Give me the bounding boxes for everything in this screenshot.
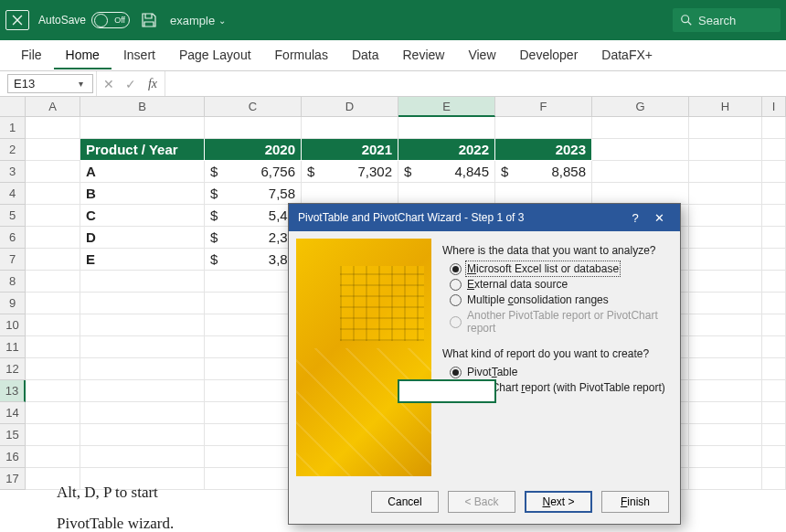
- radio-option[interactable]: PivotTable: [450, 366, 669, 378]
- help-button[interactable]: ?: [623, 211, 647, 225]
- col-header[interactable]: B: [80, 97, 205, 117]
- col-header[interactable]: A: [26, 97, 80, 117]
- tab-page-layout[interactable]: Page Layout: [167, 41, 263, 69]
- cancel-button[interactable]: Cancel: [371, 491, 439, 513]
- close-button[interactable]: ✕: [647, 211, 671, 225]
- cell[interactable]: E: [80, 249, 205, 271]
- cell[interactable]: [302, 183, 398, 205]
- tab-view[interactable]: View: [456, 41, 507, 69]
- cell[interactable]: [689, 227, 762, 249]
- cell[interactable]: [398, 183, 495, 205]
- cell[interactable]: D: [80, 227, 205, 249]
- cell[interactable]: [80, 293, 205, 314]
- cell[interactable]: [762, 205, 786, 227]
- col-header[interactable]: I: [762, 97, 786, 117]
- cell[interactable]: [26, 117, 80, 139]
- row-header[interactable]: 12: [0, 358, 26, 380]
- col-header[interactable]: D: [302, 97, 398, 117]
- back-button[interactable]: < Back: [448, 491, 515, 513]
- cell[interactable]: [80, 424, 205, 446]
- cell[interactable]: 2022: [398, 139, 495, 161]
- cell[interactable]: [762, 336, 786, 358]
- search-box[interactable]: Search: [673, 8, 781, 32]
- row-header[interactable]: 2: [0, 139, 26, 161]
- cell[interactable]: [80, 380, 205, 402]
- cell[interactable]: [26, 139, 80, 161]
- cell[interactable]: [689, 336, 762, 358]
- row-header[interactable]: 15: [0, 424, 26, 446]
- cell[interactable]: 2020: [205, 139, 302, 161]
- row-header[interactable]: 11: [0, 336, 26, 358]
- cell[interactable]: [495, 117, 592, 139]
- cell[interactable]: [689, 424, 762, 446]
- cell[interactable]: [762, 271, 786, 293]
- row-header[interactable]: 10: [0, 314, 26, 336]
- cell[interactable]: [26, 249, 80, 271]
- tab-data[interactable]: Data: [340, 41, 391, 69]
- cell[interactable]: $7,58: [205, 183, 302, 205]
- name-box[interactable]: E13 ▾: [7, 74, 93, 93]
- filename-label[interactable]: example⌄: [170, 14, 226, 27]
- row-header[interactable]: 5: [0, 205, 26, 227]
- tab-datafx[interactable]: DataFX+: [590, 41, 664, 69]
- cell[interactable]: $6,756: [205, 161, 302, 183]
- cell[interactable]: [26, 446, 80, 468]
- cell[interactable]: [205, 117, 302, 139]
- col-header[interactable]: H: [689, 97, 762, 117]
- cell[interactable]: [689, 183, 762, 205]
- cell[interactable]: [80, 446, 205, 468]
- cell[interactable]: [592, 183, 689, 205]
- row-header[interactable]: 17: [0, 468, 26, 490]
- cell[interactable]: [302, 117, 398, 139]
- row-header[interactable]: 8: [0, 271, 26, 293]
- cell[interactable]: [398, 117, 495, 139]
- cell[interactable]: [762, 468, 786, 490]
- radio-option[interactable]: External data source: [450, 278, 669, 291]
- formula-input[interactable]: [165, 71, 786, 96]
- row-header[interactable]: 13: [0, 380, 26, 402]
- cell[interactable]: [762, 424, 786, 446]
- cell[interactable]: [80, 271, 205, 293]
- row-header[interactable]: 14: [0, 402, 26, 424]
- tab-home[interactable]: Home: [54, 41, 112, 69]
- accept-formula-icon[interactable]: ✓: [122, 77, 139, 91]
- cell[interactable]: [689, 446, 762, 468]
- cell[interactable]: [762, 249, 786, 271]
- next-button[interactable]: Next >: [525, 491, 592, 513]
- cell[interactable]: $8,858: [495, 161, 592, 183]
- cell[interactable]: [398, 380, 495, 402]
- row-header[interactable]: 16: [0, 446, 26, 468]
- cell[interactable]: [689, 468, 762, 490]
- cell[interactable]: [26, 424, 80, 446]
- cell[interactable]: [762, 358, 786, 380]
- fx-icon[interactable]: fx: [144, 77, 161, 91]
- cell[interactable]: [689, 314, 762, 336]
- cell[interactable]: [762, 117, 786, 139]
- cell[interactable]: [26, 380, 80, 402]
- tab-formulas[interactable]: Formulas: [263, 41, 340, 69]
- col-header[interactable]: G: [592, 97, 689, 117]
- finish-button[interactable]: Finish: [601, 491, 669, 513]
- cell[interactable]: [26, 271, 80, 293]
- cell[interactable]: [592, 117, 689, 139]
- cell[interactable]: [689, 402, 762, 424]
- row-header[interactable]: 9: [0, 293, 26, 314]
- col-header[interactable]: F: [495, 97, 592, 117]
- row-header[interactable]: 7: [0, 249, 26, 271]
- cell[interactable]: [592, 139, 689, 161]
- cell[interactable]: [495, 183, 592, 205]
- cell[interactable]: Product / Year: [80, 139, 205, 161]
- row-header[interactable]: 3: [0, 161, 26, 183]
- cell[interactable]: [689, 139, 762, 161]
- cell[interactable]: [80, 402, 205, 424]
- col-header[interactable]: E: [398, 97, 495, 117]
- select-all-corner[interactable]: [0, 97, 26, 117]
- cell[interactable]: [26, 205, 80, 227]
- cell[interactable]: $7,302: [302, 161, 398, 183]
- save-icon[interactable]: [141, 12, 157, 28]
- row-header[interactable]: 1: [0, 117, 26, 139]
- chevron-down-icon[interactable]: ▾: [74, 79, 87, 89]
- tab-file[interactable]: File: [9, 41, 54, 69]
- cell[interactable]: [26, 293, 80, 314]
- cell[interactable]: [80, 358, 205, 380]
